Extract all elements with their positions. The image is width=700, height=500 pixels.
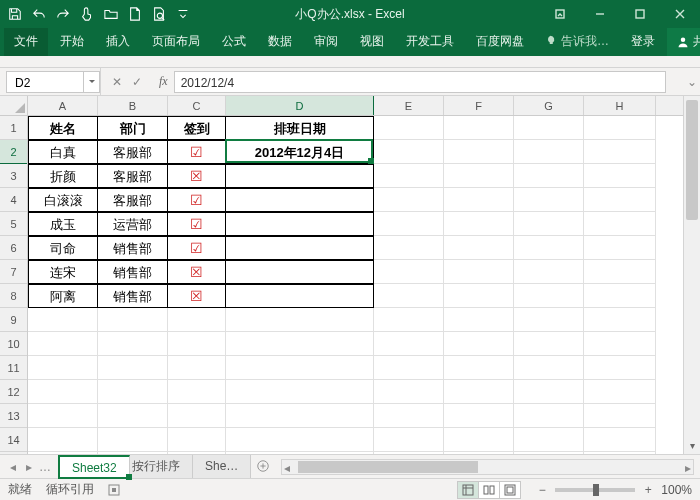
cell[interactable]: [444, 164, 514, 188]
page-layout-view-icon[interactable]: [478, 481, 500, 499]
cell[interactable]: [374, 428, 444, 452]
column-header[interactable]: D: [226, 96, 374, 115]
cell[interactable]: [584, 116, 656, 140]
cell[interactable]: 折颜: [28, 164, 98, 188]
horizontal-scrollbar[interactable]: ◂▸: [281, 459, 694, 475]
cell[interactable]: [514, 332, 584, 356]
column-header[interactable]: E: [374, 96, 444, 115]
open-icon[interactable]: [100, 3, 122, 25]
cell[interactable]: [28, 452, 98, 454]
preview-icon[interactable]: [148, 3, 170, 25]
undo-icon[interactable]: [28, 3, 50, 25]
row-header[interactable]: 15: [0, 452, 27, 454]
cell[interactable]: [98, 452, 168, 454]
cell[interactable]: 客服部: [98, 188, 168, 212]
cell[interactable]: [226, 308, 374, 332]
column-header[interactable]: A: [28, 96, 98, 115]
cell[interactable]: [226, 284, 374, 308]
cell[interactable]: [168, 380, 226, 404]
cell[interactable]: ☑: [168, 188, 226, 212]
name-box[interactable]: D2: [6, 71, 84, 93]
cell[interactable]: [584, 188, 656, 212]
share-button[interactable]: 共享: [667, 28, 700, 56]
cell[interactable]: [226, 188, 374, 212]
tab-baidu[interactable]: 百度网盘: [466, 28, 534, 56]
tell-me[interactable]: 告诉我…: [536, 28, 619, 56]
row-header[interactable]: 7: [0, 260, 27, 284]
column-header[interactable]: B: [98, 96, 168, 115]
name-box-dropdown-icon[interactable]: [84, 71, 100, 93]
cell[interactable]: 部门: [98, 116, 168, 140]
cell[interactable]: [514, 188, 584, 212]
cell[interactable]: [444, 212, 514, 236]
select-all-corner[interactable]: [0, 96, 27, 116]
cell[interactable]: [226, 236, 374, 260]
cell[interactable]: [584, 212, 656, 236]
cell[interactable]: 签到: [168, 116, 226, 140]
cell[interactable]: [226, 380, 374, 404]
cell[interactable]: 运营部: [98, 212, 168, 236]
cell[interactable]: 排班日期: [226, 116, 374, 140]
cell[interactable]: [444, 332, 514, 356]
tab-layout[interactable]: 页面布局: [142, 28, 210, 56]
cell[interactable]: [584, 428, 656, 452]
cell[interactable]: [584, 164, 656, 188]
cell[interactable]: [444, 428, 514, 452]
cell[interactable]: [444, 380, 514, 404]
tab-view[interactable]: 视图: [350, 28, 394, 56]
sheet-more-icon[interactable]: …: [38, 460, 52, 474]
row-header[interactable]: 3: [0, 164, 27, 188]
cell[interactable]: 连宋: [28, 260, 98, 284]
cell[interactable]: [444, 140, 514, 164]
cell[interactable]: ☑: [168, 140, 226, 164]
qat-dropdown-icon[interactable]: [172, 3, 194, 25]
cell[interactable]: ☒: [168, 284, 226, 308]
sheet-tab[interactable]: 工资条: [58, 455, 120, 479]
cell[interactable]: [168, 308, 226, 332]
fx-icon[interactable]: fx: [153, 74, 174, 89]
cell[interactable]: [98, 332, 168, 356]
column-header[interactable]: C: [168, 96, 226, 115]
cell[interactable]: [584, 356, 656, 380]
vertical-scrollbar[interactable]: ▴ ▾: [683, 96, 700, 454]
hscroll-thumb[interactable]: [298, 461, 478, 473]
cell[interactable]: [28, 308, 98, 332]
cell[interactable]: 阿离: [28, 284, 98, 308]
cell[interactable]: 销售部: [98, 284, 168, 308]
cell[interactable]: [514, 428, 584, 452]
cell[interactable]: [226, 428, 374, 452]
cell[interactable]: [168, 332, 226, 356]
zoom-level[interactable]: 100%: [661, 483, 692, 497]
tab-formulas[interactable]: 公式: [212, 28, 256, 56]
cell[interactable]: ☑: [168, 236, 226, 260]
cell[interactable]: [444, 284, 514, 308]
cell[interactable]: [584, 236, 656, 260]
touch-icon[interactable]: [76, 3, 98, 25]
cell[interactable]: [514, 284, 584, 308]
cell[interactable]: [514, 308, 584, 332]
cell[interactable]: 姓名: [28, 116, 98, 140]
cell[interactable]: [226, 260, 374, 284]
cell[interactable]: [374, 404, 444, 428]
sheet-tab[interactable]: 按行排序: [120, 455, 193, 479]
cell[interactable]: [514, 164, 584, 188]
cell[interactable]: 司命: [28, 236, 98, 260]
cell[interactable]: [584, 332, 656, 356]
cell[interactable]: [28, 332, 98, 356]
cell[interactable]: [514, 260, 584, 284]
cell[interactable]: [374, 188, 444, 212]
cell[interactable]: 客服部: [98, 164, 168, 188]
cell[interactable]: 销售部: [98, 236, 168, 260]
cell[interactable]: [98, 380, 168, 404]
cell[interactable]: [444, 452, 514, 454]
cell[interactable]: ☒: [168, 164, 226, 188]
tab-home[interactable]: 开始: [50, 28, 94, 56]
cell[interactable]: [226, 212, 374, 236]
cell[interactable]: [168, 452, 226, 454]
cell[interactable]: [444, 236, 514, 260]
cell[interactable]: [444, 308, 514, 332]
cell[interactable]: [226, 452, 374, 454]
cell[interactable]: [226, 404, 374, 428]
worksheet-grid[interactable]: 123456789101112131415 ABCDEFGH 姓名部门签到排班日…: [0, 96, 700, 454]
cell[interactable]: [514, 404, 584, 428]
